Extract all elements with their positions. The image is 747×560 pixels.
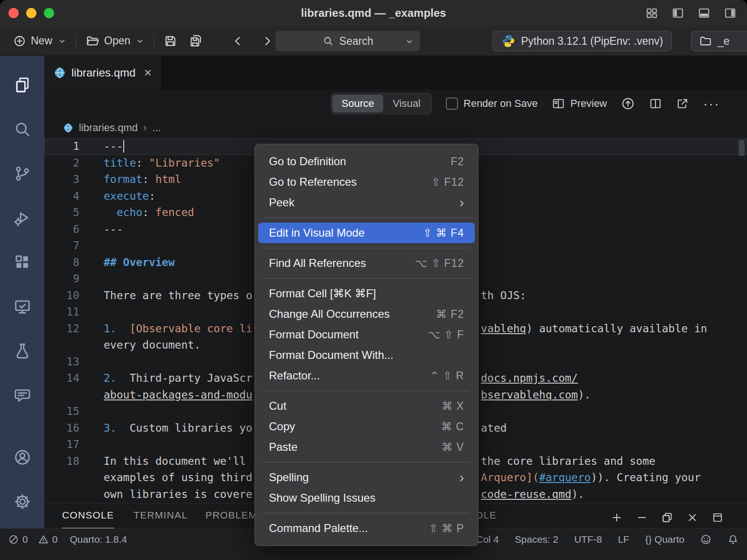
back-icon (232, 35, 244, 47)
line-number: 10 (44, 287, 79, 304)
workspace-selector[interactable]: _e (691, 31, 747, 51)
eol-status[interactable]: LF (618, 534, 629, 545)
forward-icon (261, 35, 274, 47)
notifications-bell-icon[interactable] (727, 534, 739, 545)
menu-item-change-all-occurrences[interactable]: Change All Occurrences⌘ F2 (255, 304, 478, 324)
menu-separator (263, 248, 470, 248)
menu-item-command-palette[interactable]: Command Palette...⇧ ⌘ P (255, 518, 478, 539)
render-on-save-label: Render on Save (464, 98, 538, 110)
sidebar-item-account[interactable] (0, 435, 44, 479)
encoding-status[interactable]: UTF-8 (574, 534, 602, 545)
minimize-icon[interactable] (636, 511, 648, 524)
sidebar-item-settings[interactable] (0, 479, 44, 524)
save-all-button[interactable] (183, 31, 209, 51)
menu-item-format-document[interactable]: Format Document⌥ ⇧ F (255, 324, 478, 345)
menu-item-edit-in-visual-mode[interactable]: Edit in Visual Mode⇧ ⌘ F4 (258, 223, 475, 243)
code-token: about-packages-and-modu (104, 389, 253, 401)
new-label: New (31, 35, 52, 47)
navigate-back-button[interactable] (226, 32, 249, 50)
sidebar-item-extensions[interactable] (0, 240, 44, 284)
interpreter-selector[interactable]: Python 3.12.1 (PipEnv: .venv) (493, 31, 672, 51)
toggle-primary-sidebar-icon[interactable] (671, 7, 684, 20)
sidebar-item-testing[interactable] (0, 329, 44, 373)
breadcrumb[interactable]: libraries.qmd › ... (44, 118, 747, 138)
sidebar-item-source-control[interactable] (0, 151, 44, 196)
sidebar-item-run-debug[interactable] (0, 196, 44, 240)
new-button[interactable]: New (7, 32, 72, 50)
menu-item-format-cell-k-f[interactable]: Format Cell [⌘K ⌘F] (255, 283, 478, 304)
settings-gear-icon (14, 493, 31, 511)
panel-tab-console[interactable]: CONSOLE (62, 504, 114, 529)
menu-item-label: Show Spelling Issues (269, 491, 375, 504)
split-editor-icon[interactable] (649, 97, 662, 110)
render-circle-up-icon[interactable] (621, 97, 635, 111)
menu-item-spelling[interactable]: Spelling› (255, 467, 478, 488)
panel-tab-terminal[interactable]: TERMINAL (134, 504, 188, 529)
indentation-status[interactable]: Spaces: 2 (515, 534, 558, 545)
line-number: 3 (44, 171, 79, 188)
visual-mode-button[interactable]: Visual (383, 95, 430, 112)
save-button[interactable] (158, 31, 183, 51)
menu-item-peek[interactable]: Peek› (255, 192, 478, 213)
menu-item-label: Refactor... (269, 369, 320, 382)
tab-libraries-qmd[interactable]: libraries.qmd × (44, 56, 162, 90)
render-on-save-checkbox[interactable] (446, 98, 458, 110)
window-title: libraries.qmd — _examples (0, 0, 747, 26)
menu-item-go-to-references[interactable]: Go to References⇧ F12 (255, 172, 478, 192)
code-token: ) automatically available in (526, 322, 707, 335)
menu-item-refactor[interactable]: Refactor...⌃ ⇧ R (255, 365, 478, 386)
sidebar-item-preview[interactable] (0, 284, 44, 329)
line-number: 4 (44, 188, 79, 205)
sidebar-item-chat[interactable] (0, 373, 44, 417)
preview-button[interactable]: Preview (552, 97, 607, 110)
more-actions-icon[interactable]: ··· (703, 96, 720, 112)
open-button[interactable]: Open (80, 31, 150, 51)
menu-item-go-to-definition[interactable]: Go to DefinitionF2 (255, 151, 478, 172)
customize-layout-icon[interactable] (645, 7, 658, 20)
breadcrumb-more[interactable]: ... (152, 122, 161, 134)
maximize-panel-icon[interactable] (712, 511, 724, 524)
language-mode-status[interactable]: {} Quarto (645, 534, 684, 545)
preview-monitor-icon (14, 298, 31, 315)
code-token: [Observable core li (129, 322, 252, 335)
sidebar-item-explorer[interactable] (0, 63, 44, 107)
search-box[interactable]: Search (275, 31, 420, 51)
menu-item-label: Go to References (269, 175, 357, 189)
code-token: html (155, 173, 181, 185)
breadcrumb-file[interactable]: libraries.qmd (79, 122, 138, 134)
open-label: Open (104, 35, 130, 47)
menu-item-show-spelling-issues[interactable]: Show Spelling Issues (255, 488, 478, 508)
code-token: 2. (104, 372, 117, 384)
warning-icon (38, 534, 49, 545)
feedback-smiley-icon[interactable] (700, 534, 712, 545)
line-number: 15 (44, 403, 79, 420)
toolbar: New Open Search Pyth (0, 26, 747, 56)
add-icon[interactable] (611, 511, 623, 524)
code-token: --- (104, 223, 123, 235)
sidebar-item-search[interactable] (0, 107, 44, 151)
open-external-icon[interactable] (676, 97, 689, 110)
error-icon (8, 534, 19, 545)
toggle-panel-icon[interactable] (698, 7, 711, 20)
close-icon[interactable]: × (144, 65, 151, 80)
quarto-globe-icon (63, 123, 73, 133)
problems-status[interactable]: 0 0 (8, 534, 57, 545)
menu-item-format-document-with[interactable]: Format Document With... (255, 345, 478, 365)
line-content-right: vablehq) automatically available in (481, 321, 707, 337)
warning-count: 0 (52, 534, 58, 545)
menu-item-cut[interactable]: Cut⌘ X (255, 396, 478, 416)
menu-item-label: Format Document (269, 328, 359, 341)
menu-item-copy[interactable]: Copy⌘ C (255, 416, 478, 437)
restore-icon[interactable] (661, 511, 673, 524)
line-content-right: ated (481, 420, 507, 437)
close-icon[interactable] (686, 511, 698, 524)
quarto-globe-icon (54, 67, 66, 79)
menu-item-paste[interactable]: Paste⌘ V (255, 437, 478, 457)
vertical-scrollbar[interactable] (739, 140, 745, 156)
quarto-version-status[interactable]: Quarto: 1.8.4 (70, 534, 127, 545)
code-token (104, 206, 117, 218)
chevron-down-icon[interactable] (405, 37, 414, 46)
toggle-secondary-sidebar-icon[interactable] (724, 7, 737, 20)
menu-item-find-all-references[interactable]: Find All References⌥ ⇧ F12 (255, 253, 478, 273)
source-mode-button[interactable]: Source (332, 95, 384, 112)
